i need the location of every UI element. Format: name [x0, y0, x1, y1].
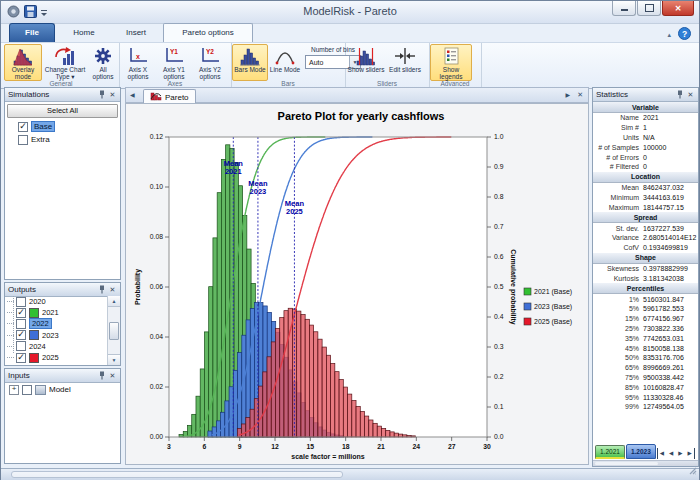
checkbox[interactable]: ✓ — [18, 122, 28, 132]
scrollbar-thumb[interactable] — [109, 322, 119, 340]
outputs-scrollbar[interactable]: ▲ ▼ — [107, 296, 120, 365]
output-item-2025[interactable]: ✓2025 — [5, 352, 108, 363]
stats-tab-1.2021[interactable]: 1.2021 — [595, 445, 625, 459]
checkbox[interactable]: ✓ — [16, 353, 26, 363]
simulation-item-base[interactable]: ✓Base — [5, 120, 120, 133]
status-track — [11, 471, 343, 478]
edit-sliders-button[interactable]: Edit sliders — [386, 44, 424, 81]
svg-text:0.10: 0.10 — [150, 183, 163, 190]
tab-insert[interactable]: Insert — [111, 23, 161, 42]
output-item-2022[interactable]: 2022 — [5, 318, 108, 329]
svg-text:1.0: 1.0 — [494, 133, 504, 140]
all-options-button[interactable]: All options — [88, 44, 118, 81]
chart-prev-icon[interactable]: ◀ — [130, 91, 135, 98]
color-swatch — [29, 308, 39, 318]
stats-value: 8996669.261 — [643, 364, 698, 371]
chart-canvas[interactable]: Pareto Plot for yearly cashflowsMean2021… — [125, 103, 589, 465]
maximize-button[interactable] — [637, 1, 661, 16]
ribbon-group-sliders: Show slidersEdit slidersSliders — [345, 43, 430, 88]
checkbox[interactable] — [18, 135, 28, 145]
stats-label: Maximum — [593, 204, 643, 211]
axis-y2-options-button[interactable]: Y2Axis Y2 options — [192, 44, 228, 81]
pin-icon[interactable] — [97, 90, 106, 99]
svg-text:0.12: 0.12 — [150, 133, 163, 140]
stats-label: 95% — [593, 394, 643, 401]
checkbox[interactable] — [16, 319, 26, 329]
close-icon[interactable]: ✕ — [108, 371, 117, 380]
select-all-button[interactable]: Select All — [7, 104, 118, 118]
axis-x-options-button[interactable]: xAxis X options — [120, 44, 156, 81]
output-item-2021[interactable]: ✓2021 — [5, 307, 108, 318]
pin-icon[interactable] — [97, 371, 106, 380]
input-item-model[interactable]: +Model — [5, 383, 120, 396]
axis-y1-options-button[interactable]: Y1Axis Y1 options — [156, 44, 192, 81]
simulation-item-extra[interactable]: Extra — [5, 133, 120, 146]
scroll-up-icon[interactable]: ▲ — [108, 296, 120, 307]
line-mode-button[interactable]: Line Mode — [268, 44, 302, 81]
svg-text:Cumulative probability: Cumulative probability — [509, 249, 517, 325]
pin-icon[interactable] — [97, 285, 106, 294]
gear-icon — [92, 46, 114, 66]
close-button[interactable]: ✕ — [662, 1, 694, 16]
pin-icon[interactable] — [675, 90, 684, 99]
stats-label: St. dev. — [593, 225, 643, 232]
ribbon-button-label: Line Mode — [270, 66, 300, 73]
ribbon-button-label: All options — [89, 66, 117, 80]
bars-mode-button[interactable]: Bars Mode — [232, 44, 268, 81]
resize-grip[interactable] — [689, 461, 697, 479]
stats-row: CofV0.1934699819 — [593, 243, 698, 253]
stats-label: 50% — [593, 354, 643, 361]
chevron-up-icon[interactable]: ▴ — [667, 31, 671, 39]
statistics-hscroll[interactable] — [593, 460, 698, 466]
minimize-button[interactable] — [612, 1, 636, 16]
close-icon[interactable]: ✕ — [686, 90, 695, 99]
statistics-panel-title: Statistics — [596, 90, 628, 99]
change-chart-type-button[interactable]: Change Chart Type ▾ — [42, 44, 88, 81]
checkbox[interactable] — [16, 297, 26, 307]
stats-label: Sim # — [593, 124, 643, 131]
show-sliders-button[interactable]: Show sliders — [346, 44, 386, 81]
checkbox[interactable] — [16, 341, 26, 351]
svg-text:Pareto Plot for yearly cashflo: Pareto Plot for yearly cashflows — [278, 110, 445, 122]
tab-pareto-options[interactable]: Pareto options — [163, 23, 253, 43]
stats-label: 45% — [593, 345, 643, 352]
vcr-next-icon[interactable]: ▶ — [676, 448, 684, 459]
output-item-2023[interactable]: ✓2023 — [5, 330, 108, 341]
outputs-panel-title: Outputs — [8, 285, 36, 294]
chart-close-icon[interactable]: ✕ — [577, 91, 583, 99]
simulation-label: Base — [31, 121, 55, 132]
stats-row: Variance2.680514014E12 — [593, 233, 698, 243]
output-item-2024[interactable]: 2024 — [5, 341, 108, 352]
stats-label: 85% — [593, 384, 643, 391]
vcr-first-icon[interactable]: ◀ — [657, 448, 666, 459]
svg-text:0.8: 0.8 — [494, 193, 504, 200]
chart-tab-pareto[interactable]: Pareto — [143, 89, 196, 104]
vcr-prev-icon[interactable]: ◀ — [667, 448, 675, 459]
stats-tab-1.2023[interactable]: 1.2023 — [626, 444, 656, 459]
overlay-mode-button[interactable]: Overlay mode — [4, 44, 42, 81]
model-icon — [35, 385, 46, 395]
stats-row: 99%12749564.05 — [593, 402, 698, 412]
vcr-last-icon[interactable]: ▶ — [685, 448, 694, 459]
expand-icon[interactable]: + — [9, 385, 19, 395]
close-icon[interactable]: ✕ — [108, 90, 117, 99]
tab-file[interactable]: File — [9, 23, 55, 43]
checkbox[interactable] — [22, 385, 32, 395]
show-legends-button[interactable]: Show legends — [430, 44, 472, 81]
stats-value: 0.1934699819 — [643, 244, 698, 251]
stats-row: 45%8150058.138 — [593, 343, 698, 353]
pareto-icon — [150, 91, 162, 103]
scroll-down-icon[interactable]: ▼ — [108, 354, 120, 365]
outputs-list: 2020✓20212022✓20232024✓2025 — [5, 296, 108, 365]
chart-next-icon[interactable]: ▶ — [565, 91, 570, 98]
checkbox[interactable]: ✓ — [16, 330, 26, 340]
ribbon-button-label: Axis X options — [121, 66, 155, 80]
output-label: 2022 — [29, 318, 52, 329]
output-item-2020[interactable]: 2020 — [5, 296, 108, 307]
svg-text:0.6: 0.6 — [494, 253, 504, 260]
close-icon[interactable]: ✕ — [108, 285, 117, 294]
tab-home[interactable]: Home — [59, 23, 109, 42]
svg-text:Y1: Y1 — [170, 48, 178, 55]
svg-text:0.0: 0.0 — [494, 433, 504, 440]
checkbox[interactable]: ✓ — [16, 308, 26, 318]
